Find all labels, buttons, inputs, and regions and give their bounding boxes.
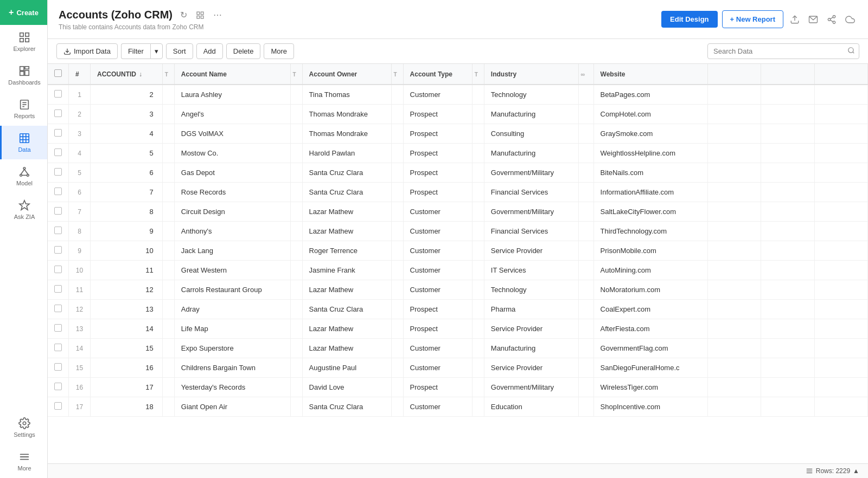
more-button[interactable]: More <box>264 43 294 59</box>
row-checkbox[interactable] <box>54 109 62 117</box>
th-account-name[interactable]: Account Name <box>174 64 290 85</box>
cell-industry: Education <box>484 397 578 417</box>
table-row: 7 8 Circuit Design Lazar Mathew Customer… <box>48 202 868 222</box>
plus-icon: + <box>9 8 14 17</box>
cell-accountid: 14 <box>91 319 163 339</box>
cell-t2 <box>290 378 302 397</box>
row-checkbox[interactable] <box>54 324 62 332</box>
sidebar-item-reports[interactable]: Reports <box>0 92 47 126</box>
upload-icon[interactable] <box>788 12 802 27</box>
cell-checkbox <box>48 319 69 339</box>
table-row: 1 2 Laura Ashley Tina Thomas Customer Te… <box>48 85 868 105</box>
sidebar-item-ask-zia[interactable]: Ask ZIA <box>0 193 47 227</box>
sidebar-item-model[interactable]: Model <box>0 159 47 193</box>
cell-account-owner: Santa Cruz Clara <box>302 397 391 417</box>
cell-t4 <box>472 105 484 124</box>
th-account-owner[interactable]: Account Owner <box>302 64 391 85</box>
data-label: Data <box>18 146 30 153</box>
refresh-icon[interactable]: ↻ <box>178 8 189 22</box>
import-data-button[interactable]: Import Data <box>56 43 118 59</box>
row-checkbox[interactable] <box>54 246 62 254</box>
cell-extra2 <box>761 105 814 124</box>
cell-website: ShopIncentive.com <box>593 397 707 417</box>
sidebar-item-settings[interactable]: Settings <box>0 411 47 444</box>
th-website[interactable]: Website <box>593 64 707 85</box>
svg-point-18 <box>20 175 22 177</box>
row-checkbox[interactable] <box>54 148 62 156</box>
row-checkbox[interactable] <box>54 227 62 234</box>
edit-design-button[interactable]: Edit Design <box>661 11 718 28</box>
data-icon <box>18 132 30 144</box>
svg-line-20 <box>21 169 24 174</box>
svg-point-19 <box>27 175 29 177</box>
cell-account-name: DGS VolMAX <box>174 124 290 144</box>
th-t2: T <box>290 64 302 85</box>
row-checkbox[interactable] <box>54 266 62 273</box>
cell-accountid: 9 <box>91 222 163 241</box>
page-subtitle: This table contains Accounts data from Z… <box>59 23 656 31</box>
cell-extra3 <box>814 397 867 417</box>
search-wrapper <box>707 43 859 59</box>
table-row: 4 5 Mostow Co. Harold Pawlan Prospect Ma… <box>48 144 868 163</box>
sidebar-item-explorer[interactable]: Explorer <box>0 25 47 59</box>
row-checkbox[interactable] <box>54 363 62 371</box>
svg-rect-1 <box>25 33 29 36</box>
th-accountid[interactable]: ACCOUNTID ↓ <box>91 64 163 85</box>
filter-button[interactable]: Filter <box>121 43 150 59</box>
cell-t2 <box>290 124 302 144</box>
sidebar-item-data[interactable]: Data <box>0 126 47 159</box>
cell-accountid: 5 <box>91 144 163 163</box>
cell-account-owner: Augustine Paul <box>302 358 391 378</box>
row-checkbox[interactable] <box>54 129 62 137</box>
filter-dropdown-button[interactable]: ▾ <box>150 43 163 59</box>
cell-checkbox <box>48 300 69 319</box>
cell-extra1 <box>707 241 761 261</box>
cell-extra2 <box>761 183 814 202</box>
sort-button[interactable]: Sort <box>166 43 193 59</box>
cell-account-type: Prospect <box>403 124 472 144</box>
delete-button[interactable]: Delete <box>226 43 261 59</box>
cell-accountid: 11 <box>91 261 163 280</box>
create-button[interactable]: + Create <box>0 0 47 25</box>
cell-account-owner: Roger Terrence <box>302 241 391 261</box>
grid-view-icon[interactable] <box>194 9 207 22</box>
row-checkbox[interactable] <box>54 344 62 351</box>
cell-extra1 <box>707 85 761 105</box>
sidebar-item-dashboards[interactable]: Dashboards <box>0 59 47 92</box>
cell-account-owner: Lazar Mathew <box>302 280 391 300</box>
search-icon-button[interactable] <box>847 47 855 56</box>
row-checkbox[interactable] <box>54 285 62 293</box>
search-input[interactable] <box>707 43 859 59</box>
cell-industry: Service Provider <box>484 358 578 378</box>
cell-t2 <box>290 280 302 300</box>
cell-website: GraySmoke.com <box>593 124 707 144</box>
cell-rownum: 8 <box>69 222 91 241</box>
row-checkbox[interactable] <box>54 305 62 312</box>
share-icon[interactable] <box>825 12 839 27</box>
cell-website: AfterFiesta.com <box>593 319 707 339</box>
cell-account-name: Gas Depot <box>174 163 290 183</box>
expand-rows-button[interactable]: ▲ <box>853 467 859 475</box>
row-checkbox[interactable] <box>54 383 62 390</box>
row-checkbox[interactable] <box>54 402 62 410</box>
row-checkbox[interactable] <box>54 188 62 195</box>
cloud-icon[interactable] <box>843 12 857 27</box>
cell-account-type: Prospect <box>403 319 472 339</box>
cell-industry: Manufacturing <box>484 105 578 124</box>
row-checkbox[interactable] <box>54 90 62 98</box>
cell-extra3 <box>814 319 867 339</box>
table-row: 12 13 Adray Santa Cruz Clara Prospect Ph… <box>48 300 868 319</box>
cell-link <box>578 144 593 163</box>
new-report-button[interactable]: + New Report <box>722 10 783 28</box>
add-button[interactable]: Add <box>196 43 223 59</box>
more-options-icon[interactable]: ⋯ <box>211 8 224 22</box>
sidebar-item-more[interactable]: More <box>0 444 47 478</box>
cell-link <box>578 202 593 222</box>
email-icon[interactable] <box>806 12 820 27</box>
th-industry[interactable]: Industry <box>484 64 578 85</box>
row-checkbox[interactable] <box>54 168 62 176</box>
row-checkbox[interactable] <box>54 207 62 215</box>
th-account-type[interactable]: Account Type <box>403 64 472 85</box>
cell-account-type: Prospect <box>403 105 472 124</box>
header-checkbox[interactable] <box>54 69 62 77</box>
